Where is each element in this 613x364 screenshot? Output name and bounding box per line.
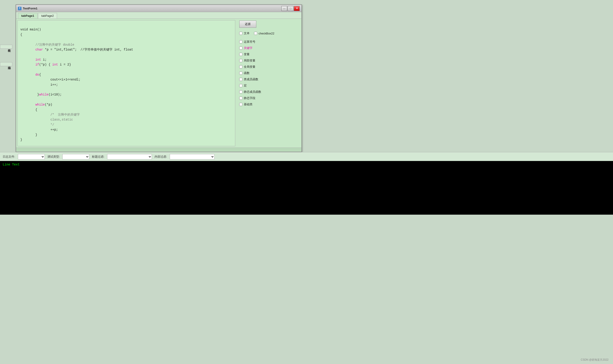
code-line-4: //注释中的关键字 double (20, 43, 74, 47)
tab-page1[interactable]: tabPage1 (18, 13, 38, 19)
checkbox-text[interactable] (239, 32, 242, 35)
code-line-5: char *p = "int,float"; //字符串值中的关键字 int, … (20, 48, 133, 52)
sidebar-label-1: 能手机 (0, 45, 12, 49)
tab-bar: tabPage1 tabPage2 (16, 12, 301, 19)
checkbox-function-row: 函数 (239, 71, 299, 75)
label-keyword: 关键字 (244, 46, 252, 50)
code-line-6 (20, 53, 22, 56)
title-bar: T TestForm1 — □ ✕ (16, 5, 301, 12)
code-line-10: do{ (20, 73, 41, 77)
title-bar-buttons: — □ ✕ (281, 6, 300, 11)
label-macro: 宏 (244, 84, 247, 88)
right-panel: 还原 文本 checkBox22 运算符号 关键字 (237, 19, 301, 148)
code-line-15 (20, 98, 22, 102)
maximize-button[interactable]: □ (287, 6, 293, 11)
code-line-14: }while(i<10); (20, 93, 62, 96)
window-content: void main() { //注释中的关键字 double char *p =… (16, 19, 301, 148)
close-button[interactable]: ✕ (294, 6, 300, 11)
window-icon: T (18, 7, 22, 10)
checkbox-keyword-row: 关键字 (239, 46, 299, 50)
checkbox-operator-row: 运算符号 (239, 40, 299, 44)
log-file-select[interactable] (18, 154, 45, 159)
title-filter-select[interactable] (107, 154, 152, 159)
label-static-field: 静态字段 (244, 96, 255, 100)
watermark: CSDN @碧海蓝天2022 (581, 358, 609, 362)
debug-type-select[interactable] (62, 154, 89, 159)
code-line-8: if(*p) { int i = 2} (20, 63, 71, 66)
bottom-bar: 日志文件: 调试类型: 标题过虑: 内容过虑: (0, 152, 613, 161)
sidebar-label-2: 编码库 (0, 62, 12, 66)
code-line-13 (20, 88, 22, 91)
title-bar-left: T TestForm1 (18, 7, 38, 10)
checkbox-base-class-row: 基础类 (239, 102, 299, 106)
label-member-func: 类成员函数 (244, 77, 258, 81)
checkbox-static-member-row: 静态成员函数 (239, 90, 299, 94)
code-line-1: void main() (20, 28, 41, 31)
label-global-var: 全局变量 (244, 65, 255, 69)
code-line-7: int i; (20, 58, 47, 62)
log-file-label: 日志文件: (3, 155, 15, 159)
checkbox-static-field[interactable] (239, 97, 242, 100)
label-base-class: 基础类 (244, 102, 252, 106)
terminal: Line Text (0, 161, 613, 215)
restore-button[interactable]: 还原 (239, 21, 256, 28)
label-variable: 变量 (244, 52, 249, 56)
checkbox-cb22[interactable] (254, 32, 257, 35)
code-scrollbar[interactable] (16, 148, 301, 151)
checkbox-static-member[interactable] (239, 90, 242, 93)
content-filter-select[interactable] (170, 154, 214, 159)
code-line-20: */ (20, 123, 54, 127)
checkbox-cb22-container: checkBox22 (254, 32, 274, 35)
terminal-header: Line Text (3, 163, 20, 166)
content-filter-label: 内容过虑: (155, 155, 167, 159)
checkbox-member-func-row: 类成员函数 (239, 77, 299, 81)
label-cb22: checkBox22 (259, 32, 274, 35)
code-line-9 (20, 68, 22, 72)
checkbox-operator[interactable] (239, 40, 242, 43)
checkbox-variable-row: 变量 (239, 52, 299, 56)
label-text: 文本 (244, 31, 249, 35)
tab-page2[interactable]: tabPage2 (38, 13, 57, 19)
left-sidebar: 能手机 编码库 (0, 45, 12, 66)
label-static-member: 静态成员函数 (244, 90, 261, 94)
label-function: 函数 (244, 71, 249, 75)
checkbox-variable[interactable] (239, 53, 242, 56)
checkbox-global-var-row: 全局变量 (239, 65, 299, 69)
checkbox-text-container: 文本 (239, 31, 249, 35)
checkbox-local-var-row: 局部变量 (239, 59, 299, 63)
checkbox-static-field-row: 静态字段 (239, 96, 299, 100)
minimize-button[interactable]: — (281, 6, 287, 11)
checkbox-macro-row: 宏 (239, 84, 299, 88)
code-line-3 (20, 38, 22, 41)
debug-type-label: 调试类型: (47, 155, 60, 159)
checkbox-base-class[interactable] (239, 103, 242, 106)
code-line-22: } (20, 133, 37, 137)
title-filter-label: 标题过虑: (92, 155, 104, 159)
main-window: T TestForm1 — □ ✕ tabPage1 tabPage2 void… (16, 4, 302, 152)
label-operator: 运算符号 (244, 40, 255, 44)
code-line-12: i++; (20, 83, 58, 87)
code-line-19: class,static (20, 118, 73, 121)
checkbox-member-func[interactable] (239, 78, 242, 81)
checkbox-macro[interactable] (239, 84, 242, 87)
code-editor[interactable]: void main() { //注释中的关键字 double char *p =… (17, 20, 235, 146)
checkbox-function[interactable] (239, 72, 242, 75)
code-line-21: ++p; (20, 128, 58, 131)
checkbox-row-text-cb22: 文本 checkBox22 (239, 31, 299, 38)
code-line-2: { (20, 33, 22, 37)
code-line-23: } (20, 138, 22, 142)
code-line-16: while(*p) (20, 103, 52, 106)
code-line-11: cout<<i+1<<endl; (20, 78, 80, 81)
window-title: TestForm1 (23, 7, 38, 10)
checkbox-global-var[interactable] (239, 65, 242, 68)
label-local-var: 局部变量 (244, 59, 255, 63)
code-line-17: { (20, 108, 37, 112)
checkbox-keyword[interactable] (239, 47, 242, 50)
code-line-18: /* 注释中的关键字 (20, 113, 80, 117)
checkbox-local-var[interactable] (239, 59, 242, 62)
